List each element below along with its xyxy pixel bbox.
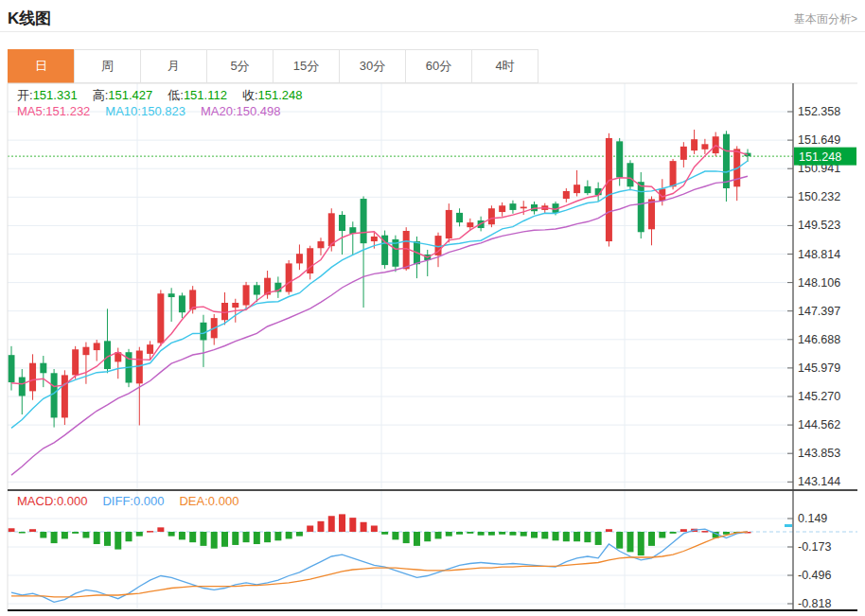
candle-body <box>574 185 580 193</box>
candle-body <box>9 355 15 382</box>
candle-body <box>179 295 185 312</box>
candle-body <box>189 290 196 309</box>
legend-pair: DEA:0.000 <box>179 494 238 508</box>
candle-body <box>361 199 367 243</box>
candle-body <box>584 186 591 193</box>
candle-body <box>232 303 238 308</box>
candle-body <box>286 263 292 291</box>
candle-body <box>243 285 250 305</box>
macd-bar <box>541 532 548 538</box>
candle-body <box>62 375 68 417</box>
candle-body <box>317 241 324 248</box>
price-axis-label: 147.397 <box>798 305 840 318</box>
macd-bar <box>627 532 633 552</box>
macd-axis-label: -0.173 <box>798 540 831 554</box>
macd-bar <box>456 532 463 535</box>
macd-bar <box>51 532 58 543</box>
macd-bar <box>638 532 644 555</box>
macd-bar <box>221 532 228 547</box>
candle-body <box>606 138 612 241</box>
price-axis-label: 149.523 <box>798 219 840 232</box>
macd-bar <box>264 532 271 542</box>
macd-bar <box>328 516 335 532</box>
macd-bar <box>254 532 260 544</box>
ma10-line <box>11 161 748 428</box>
macd-axis-label: -0.496 <box>798 569 831 582</box>
candle-body <box>701 144 708 150</box>
legend-pair: DIFF:0.000 <box>102 494 164 508</box>
price-axis-label: 150.232 <box>798 190 840 203</box>
macd-bar <box>296 532 303 537</box>
candle-body <box>339 215 345 231</box>
macd-bar <box>104 532 111 546</box>
candle-body <box>94 343 100 350</box>
macd-bar <box>648 532 655 546</box>
dea-line <box>11 532 748 597</box>
macd-bar <box>392 532 398 539</box>
macd-bar <box>584 532 591 542</box>
candle-body <box>82 347 89 355</box>
candle-body <box>521 207 527 209</box>
candle-body <box>563 191 570 199</box>
macd-bar <box>499 532 505 535</box>
macd-bar <box>29 529 36 532</box>
legend-pair: MACD:0.000 <box>17 494 87 508</box>
macd-bar <box>62 532 68 538</box>
candle-body <box>499 205 505 212</box>
macd-bar <box>361 522 367 532</box>
candle-body <box>456 213 463 222</box>
candle-body <box>136 351 143 384</box>
candle-body <box>467 222 473 227</box>
macd-bar <box>595 532 602 545</box>
macd-bar <box>467 532 473 534</box>
macd-legend: MACD:0.000DIFF:0.000DEA:0.000 <box>17 494 254 508</box>
macd-bar <box>136 532 143 537</box>
macd-bar <box>446 532 452 537</box>
candle-body <box>72 349 79 375</box>
macd-bar <box>168 532 175 537</box>
candle-body <box>446 210 452 238</box>
price-axis-label: 143.853 <box>798 447 840 460</box>
macd-bar <box>243 532 250 542</box>
macd-bar <box>82 532 89 538</box>
kline-page: K线图 基本面分析> 日周月5分15分30分60分4时 152.358151.6… <box>0 0 865 616</box>
macd-bar <box>9 528 15 532</box>
candle-body <box>147 344 153 354</box>
candle-body <box>254 285 260 294</box>
macd-bar <box>563 532 570 541</box>
last-price-badge-text: 151.248 <box>799 150 841 164</box>
macd-bar <box>701 531 708 533</box>
diff-axis-marker <box>785 524 792 527</box>
candle-body <box>616 141 623 177</box>
ma5-line <box>11 146 748 387</box>
price-axis-label: 148.106 <box>798 276 840 290</box>
macd-bar <box>72 532 79 534</box>
macd-bar <box>531 532 538 538</box>
macd-bar <box>232 532 238 545</box>
diff-line <box>11 529 748 602</box>
macd-bar <box>723 532 730 535</box>
macd-bar <box>274 532 281 540</box>
legend-pair: 低:151.112 <box>168 88 227 102</box>
macd-bar <box>381 532 388 535</box>
macd-bar <box>371 525 378 532</box>
macd-bar <box>40 532 46 538</box>
macd-bar <box>339 514 345 532</box>
candle-body <box>296 254 303 263</box>
legend-pair: 开:151.331 <box>17 88 78 102</box>
candle-body <box>723 134 730 188</box>
legend-pair: MA20:150.498 <box>201 104 281 118</box>
ohlc-legend: 开:151.331高:151.427低:151.112收:151.248 <box>17 87 318 104</box>
macd-bar <box>424 532 431 541</box>
macd-bar <box>94 532 100 544</box>
price-axis-label: 148.814 <box>798 248 840 261</box>
legend-pair: 高:151.427 <box>93 88 153 102</box>
macd-bar <box>307 525 313 532</box>
candle-body <box>221 303 228 320</box>
macd-bar <box>414 532 420 546</box>
candle-body <box>51 373 58 417</box>
price-axis-label: 151.649 <box>798 133 840 147</box>
macd-bar <box>19 532 26 534</box>
legend-pair: MA10:150.823 <box>105 104 185 118</box>
macd-bar <box>179 532 185 539</box>
